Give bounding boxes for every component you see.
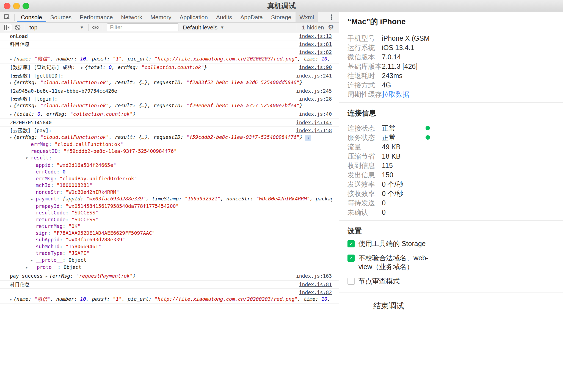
live-expression-eye-icon[interactable] [91,23,101,32]
expand-arrow-icon[interactable]: ▶ [31,257,36,264]
overflow-menu-icon[interactable]: ⋮ [324,13,339,21]
source-link[interactable]: index.js:163 [296,273,332,279]
source-link[interactable]: index.js:158 [296,127,332,134]
context-selector[interactable]: top ▼ [27,24,86,31]
log-text: {name: [13,56,34,62]
console-sidebar-icon[interactable] [3,23,13,32]
log-text: , number: [50,296,80,302]
log-text: : [58,264,64,270]
expand-arrow-icon[interactable]: ▶ [10,81,13,85]
info-value: 115 [382,162,393,170]
settings-item[interactable]: ✓不校验合法域名、web-view（业务域名） [347,253,430,271]
log-text: : [57,169,63,175]
log-text: , number: [50,56,80,62]
tab-network[interactable]: Network [117,12,146,22]
log-text: : [51,182,57,188]
console-row: index.js:158[云函数] [pay]:▼ {errMsg: "clou… [0,127,339,272]
log-text: , errMsg: [40,111,70,117]
source-link[interactable]: index.js:90 [299,64,332,71]
info-value-link[interactable]: 拉取数据 [382,90,409,99]
object-tree-line: nonceStr: "WDcB0e42hIRk4RRM" [10,189,332,196]
tab-memory[interactable]: Memory [146,12,175,22]
settings-item[interactable]: ✓使用工具端的 Storage [347,239,430,248]
tab-appdata[interactable]: AppData [236,12,267,22]
expand-arrow-icon[interactable]: ▶ [26,264,31,271]
filter-input[interactable] [107,23,178,31]
console-row: index.js:82▶ {name: "微信", number: 10, pa… [0,48,339,64]
info-row: 连接方式4G [347,80,430,90]
tab-performance[interactable]: Performance [76,12,117,22]
info-row: 压缩节省18 KB [347,151,430,161]
tab-wxml[interactable]: Wxml [296,12,318,22]
expand-arrow-icon[interactable]: ▼ [26,155,31,162]
close-window-button[interactable] [4,3,10,9]
source-link[interactable]: index.js:241 [296,73,332,79]
source-link[interactable]: index.js:13 [299,33,332,40]
log-text: 0 [109,64,112,70]
console-settings-gear-icon[interactable]: ⚙ [328,23,334,31]
info-label: 微信版本 [347,53,382,62]
log-text: "wx051458415617958540da778f1775454200" [65,203,179,209]
log-text: , passf: [86,296,113,302]
log-text: , package: [310,196,332,201]
log-text: "SUCCESS" [71,210,98,216]
divider [88,24,89,31]
tab-console[interactable]: Console [17,12,46,22]
log-text: 科目信息 [10,281,30,287]
checkbox[interactable]: ✓ [347,255,355,262]
source-link[interactable]: index.js:40 [299,111,332,117]
window-title: 真机调试 [0,0,563,12]
expand-arrow-icon[interactable]: ▼ [10,136,13,139]
log-text: "WDcB0e42hIRk4RRM" [65,189,119,195]
source-link[interactable]: index.js:147 [296,119,332,126]
console-line: f2a945a0-be8c-11ea-bbbe-b79734cc426e [10,88,291,94]
source-link[interactable]: index.js:81 [299,281,332,288]
source-link[interactable]: index.js:28 [299,96,332,102]
expand-arrow-icon[interactable]: ▶ [10,298,13,301]
log-text: "f2a83f52-be8c-11ea-a3d6-525400dd5846" [186,79,300,85]
chevron-down-icon: ▼ [80,25,84,30]
source-link[interactable]: index.js:82 [299,289,332,296]
window-controls [4,3,29,9]
tab-storage[interactable]: Storage [267,12,296,22]
object-tree-line: sign: "F78A1AA952DE1AD4AEE6629FF5097AAC" [10,230,332,237]
expand-arrow-icon[interactable]: ▶ [10,57,13,61]
checkbox[interactable]: ✓ [347,278,355,285]
checkbox[interactable]: ✓ [347,240,355,247]
info-value: iPhone X (GSM… [382,34,430,42]
zoom-window-button[interactable] [23,3,29,9]
log-levels-dropdown[interactable]: Default levels ▼ [180,24,227,31]
source-link[interactable]: index.js:82 [299,49,332,56]
info-row: 收到信息115 [347,161,430,170]
expand-arrow-icon[interactable]: ▶ [31,196,36,203]
clear-console-icon[interactable] [13,23,23,32]
inspect-element-icon[interactable] [2,13,12,21]
log-text: "collection.count:ok" [142,64,204,70]
expand-arrow-icon[interactable]: ▶ [10,104,13,108]
log-text: onLoad [10,33,28,39]
settings-item[interactable]: ✓节点审查模式 [347,277,430,285]
info-label: 压缩节省 [347,152,382,161]
log-text: Object [68,257,86,263]
info-row: 微信版本7.0.14 [347,52,430,62]
info-label: 流量 [347,142,382,151]
log-text: errCode [36,169,57,175]
source-link[interactable]: index.js:81 [299,41,332,48]
tab-sources[interactable]: Sources [46,12,76,22]
expand-arrow-icon[interactable]: ▶ [10,113,13,116]
log-text: {errMsg: [13,103,40,108]
expand-arrow-icon[interactable]: ▶ [46,275,49,278]
tab-audits[interactable]: Audits [212,12,236,22]
console-panel: index.js:13onLoadindex.js:81科目信息index.js… [0,32,339,392]
tab-application[interactable]: Application [175,12,212,22]
log-text: , time: [297,56,321,62]
console-row: index.js:13onLoad [0,32,339,40]
log-text: "cloud.callFunction:ok" [40,134,109,140]
log-text: "f59cddb2-be8c-11ea-93f7-525400984f76" [64,148,177,154]
source-link[interactable]: index.js:245 [296,88,332,94]
end-debug-button[interactable]: 结束调试 [343,293,434,319]
minimize-window-button[interactable] [13,3,20,9]
expand-arrow-icon[interactable]: ▶ [81,66,85,70]
object-tree-line: mchId: "1800008281" [10,182,332,189]
log-text: , errMsg: [112,64,141,70]
